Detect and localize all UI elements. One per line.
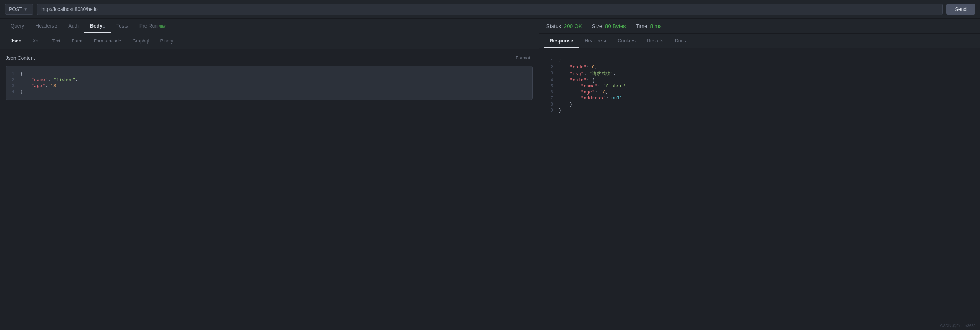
tab-docs[interactable]: Docs (669, 33, 692, 48)
response-content-area: 1 { 2 "code": 0, 3 "msg": "请求成功", 4 "d (539, 48, 980, 330)
chevron-down-icon: ▼ (24, 8, 27, 11)
body-content-area: Json Content Format 1 { 2 "name": "fishe… (0, 49, 538, 330)
top-bar: POST ▼ Send (0, 0, 980, 19)
format-button[interactable]: Format (513, 54, 533, 61)
app-container: POST ▼ Send Query Headers2 Auth Body1 (0, 0, 980, 330)
request-body-editor[interactable]: 1 { 2 "name": "fisher", 3 "age": 18 4 } (6, 65, 533, 100)
size-label: Size: 80 Bytes (592, 23, 626, 29)
resp-line-6: 6 "age": 18, (544, 89, 974, 95)
json-content-label: Json Content (6, 55, 35, 61)
resp-line-8: 8 } (544, 101, 974, 107)
code-line-4: 4 } (6, 89, 533, 95)
subtab-binary[interactable]: Binary (155, 36, 178, 46)
resp-line-1: 1 { (544, 58, 974, 64)
tab-tests[interactable]: Tests (111, 19, 134, 33)
response-body: 1 { 2 "code": 0, 3 "msg": "请求成功", 4 "d (544, 54, 974, 118)
resp-line-9: 9 } (544, 107, 974, 113)
tab-headers-right[interactable]: Headers4 (579, 33, 612, 48)
tab-auth[interactable]: Auth (63, 19, 84, 33)
watermark: CSDN @Fisher3652 (940, 324, 976, 328)
method-select[interactable]: POST ▼ (5, 4, 33, 14)
subtab-form-encode[interactable]: Form-encode (89, 36, 126, 46)
subtab-json[interactable]: Json (6, 36, 26, 46)
send-button[interactable]: Send (947, 4, 975, 14)
right-panel: Status: 200 OK Size: 80 Bytes Time: 8 ms… (539, 19, 980, 330)
resp-line-5: 5 "name": "fisher", (544, 83, 974, 89)
url-input[interactable] (37, 3, 943, 15)
tab-prerun[interactable]: Pre RunNew (134, 19, 171, 33)
resp-line-4: 4 "data": { (544, 77, 974, 83)
left-tab-bar: Query Headers2 Auth Body1 Tests Pre RunN… (0, 19, 538, 33)
code-line-2: 2 "name": "fisher", (6, 77, 533, 83)
method-label: POST (9, 6, 22, 12)
tab-cookies[interactable]: Cookies (612, 33, 641, 48)
section-title-row: Json Content Format (6, 54, 533, 61)
status-label: Status: 200 OK (546, 23, 582, 29)
tab-headers-left[interactable]: Headers2 (30, 19, 63, 33)
tab-results[interactable]: Results (641, 33, 669, 48)
main-split: Query Headers2 Auth Body1 Tests Pre RunN… (0, 19, 980, 330)
subtab-form[interactable]: Form (67, 36, 88, 46)
subtab-text[interactable]: Text (47, 36, 65, 46)
time-label: Time: 8 ms (635, 23, 661, 29)
right-tab-bar: Response Headers4 Cookies Results Docs (539, 33, 980, 48)
tab-response[interactable]: Response (544, 33, 579, 48)
left-panel: Query Headers2 Auth Body1 Tests Pre RunN… (0, 19, 539, 330)
resp-line-2: 2 "code": 0, (544, 64, 974, 70)
resp-line-7: 7 "address": null (544, 95, 974, 101)
resp-line-3: 3 "msg": "请求成功", (544, 70, 974, 77)
code-line-3: 3 "age": 18 (6, 83, 533, 89)
tab-query[interactable]: Query (5, 19, 30, 33)
code-line-1: 1 { (6, 71, 533, 77)
body-sub-tab-bar: Json Xml Text Form Form-encode Graphql B… (0, 33, 538, 49)
subtab-graphql[interactable]: Graphql (127, 36, 154, 46)
subtab-xml[interactable]: Xml (28, 36, 45, 46)
tab-body[interactable]: Body1 (84, 19, 111, 33)
status-bar: Status: 200 OK Size: 80 Bytes Time: 8 ms (539, 19, 980, 33)
